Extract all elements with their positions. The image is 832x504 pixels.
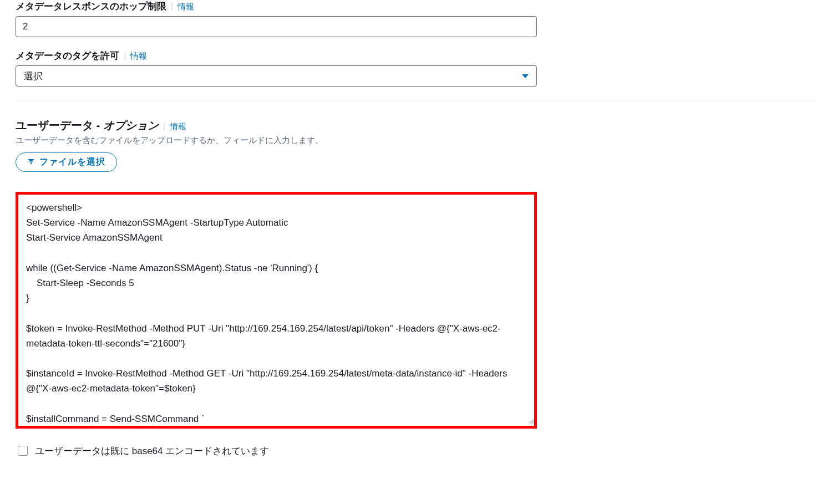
allow-tags-select[interactable]: 選択 [16, 65, 537, 86]
user-data-optional: - オプション [93, 119, 159, 131]
allow-tags-label: メタデータのタグを許可 [16, 49, 119, 62]
hop-limit-field: メタデータレスポンスのホップ制限 | 情報 [16, 0, 816, 37]
hop-limit-input[interactable] [16, 16, 537, 37]
allow-tags-label-row: メタデータのタグを許可 | 情報 [16, 49, 816, 62]
user-data-title: ユーザーデータ - オプション [16, 118, 159, 133]
user-data-info-link[interactable]: 情報 [170, 121, 186, 132]
label-divider: | [124, 50, 126, 62]
choose-file-button[interactable]: ファイルを選択 [16, 152, 117, 172]
user-data-textarea[interactable] [18, 195, 534, 424]
allow-tags-selected-value: 選択 [24, 70, 43, 83]
user-data-highlight-frame [16, 192, 537, 429]
base64-checkbox-label: ユーザーデータは既に base64 エンコードされています [35, 445, 269, 457]
hop-limit-label-row: メタデータレスポンスのホップ制限 | 情報 [16, 0, 816, 13]
hop-limit-label: メタデータレスポンスのホップ制限 [16, 0, 166, 13]
hop-limit-info-link[interactable]: 情報 [177, 2, 194, 12]
label-divider: | [171, 1, 173, 12]
allow-tags-field: メタデータのタグを許可 | 情報 選択 [16, 49, 816, 86]
label-divider: | [163, 121, 165, 132]
user-data-title-row: ユーザーデータ - オプション | 情報 [16, 118, 816, 133]
base64-checkbox[interactable] [18, 446, 28, 456]
upload-icon [27, 159, 35, 166]
chevron-down-icon [522, 74, 529, 78]
section-divider [16, 101, 816, 101]
user-data-title-text: ユーザーデータ [16, 119, 93, 131]
allow-tags-info-link[interactable]: 情報 [130, 51, 147, 62]
user-data-help-text: ユーザーデータを含むファイルをアップロードするか、フィールドに入力します。 [16, 135, 816, 146]
base64-checkbox-row: ユーザーデータは既に base64 エンコードされています [16, 444, 816, 457]
choose-file-label: ファイルを選択 [39, 156, 105, 168]
